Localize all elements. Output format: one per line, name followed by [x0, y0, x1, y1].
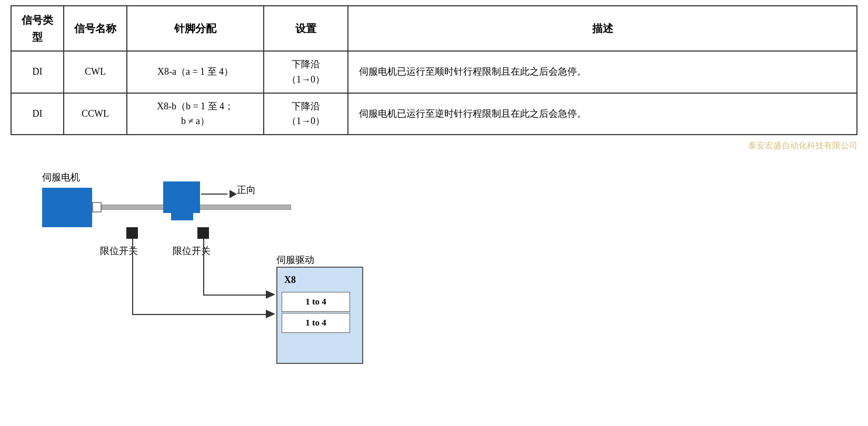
diagram-section: 泰安宏盛自动化科技有限公司 伺服电机 正向 限位开关 限位开关 — [0, 135, 868, 356]
forward-direction-label: 正向 — [237, 184, 256, 196]
motor-block — [42, 188, 92, 227]
pin-assign-1: X8-a（a = 1 至 4） — [127, 51, 264, 93]
header-pin-assign: 针脚分配 — [127, 6, 264, 51]
signal-type-1: DI — [11, 51, 64, 93]
signal-table: 信号类型 信号名称 针脚分配 设置 描述 DI CWL X8-a（a = 1 至… — [11, 5, 857, 135]
signal-name-1: CWL — [64, 51, 127, 93]
x8-label: X8 — [284, 275, 296, 286]
desc-1: 伺服电机已运行至顺时针行程限制且在此之后会急停。 — [348, 51, 857, 93]
pin-assign-2: X8-b（b = 1 至 4；b ≠ a） — [127, 93, 264, 135]
setting-1: 下降沿（1→0） — [264, 51, 348, 93]
header-desc: 描述 — [348, 6, 857, 51]
svg-marker-0 — [266, 290, 275, 299]
limit-switch-block-1 — [126, 227, 138, 239]
signal-type-2: DI — [11, 93, 64, 135]
limit-switch-block-2 — [197, 227, 209, 239]
shaft-connector — [92, 202, 102, 212]
arrow-head — [230, 190, 237, 198]
limit-label-2: 限位开关 — [173, 245, 211, 257]
forward-arrow — [201, 190, 237, 198]
arrow-into-servo-2 — [266, 310, 275, 321]
watermark-text: 泰安宏盛自动化科技有限公司 — [748, 140, 857, 151]
arrow-into-servo-1 — [266, 290, 275, 301]
x8-row-2: 1 to 4 — [282, 313, 350, 333]
table-row: DI CWL X8-a（a = 1 至 4） 下降沿（1→0） 伺服电机已运行至… — [11, 51, 857, 93]
svg-marker-1 — [266, 310, 275, 318]
moving-block — [163, 181, 200, 213]
diagram-container: 伺服电机 正向 限位开关 限位开关 — [42, 146, 474, 346]
header-signal-name: 信号名称 — [64, 6, 127, 51]
header-setting: 设置 — [264, 6, 348, 51]
wire-1-horizontal — [133, 314, 268, 315]
header-signal-type: 信号类型 — [11, 6, 64, 51]
wire-2-horizontal — [204, 295, 268, 296]
servo-motor-label: 伺服电机 — [42, 171, 80, 184]
moving-block-base — [171, 213, 193, 220]
x8-row-1: 1 to 4 — [282, 292, 350, 312]
wire-1-vertical — [132, 239, 133, 315]
servo-drive-label: 伺服驱动 — [276, 253, 314, 266]
setting-2: 下降沿（1→0） — [264, 93, 348, 135]
desc-2: 伺服电机已运行至逆时针行程限制且在此之后会急停。 — [348, 93, 857, 135]
wire-2-vertical — [203, 239, 204, 296]
table-section: 信号类型 信号名称 针脚分配 设置 描述 DI CWL X8-a（a = 1 至… — [0, 0, 868, 135]
signal-name-2: CCWL — [64, 93, 127, 135]
arrow-line — [201, 194, 227, 195]
table-row: DI CCWL X8-b（b = 1 至 4；b ≠ a） 下降沿（1→0） 伺… — [11, 93, 857, 135]
